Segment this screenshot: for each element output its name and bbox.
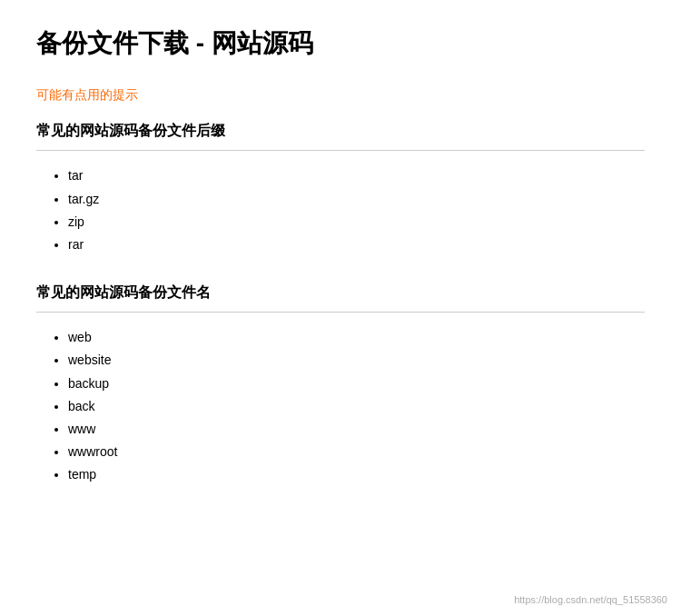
section2-divider bbox=[36, 312, 645, 313]
list-item: web bbox=[68, 326, 645, 349]
list-item: tar bbox=[68, 164, 645, 187]
list-item: zip bbox=[68, 211, 645, 233]
section1: 常见的网站源码备份文件后缀 tartar.gzziprar bbox=[36, 122, 645, 256]
list-item: www bbox=[68, 418, 645, 441]
section2: 常见的网站源码备份文件名 webwebsitebackupbackwwwwwwr… bbox=[36, 283, 645, 486]
watermark: https://blog.csdn.net/qq_51558360 bbox=[514, 594, 667, 605]
page-title: 备份文件下载 - 网站源码 bbox=[36, 27, 645, 60]
section2-list: webwebsitebackupbackwwwwwwroottemp bbox=[36, 326, 645, 486]
section1-divider bbox=[36, 150, 645, 151]
list-item: website bbox=[68, 349, 645, 372]
list-item: backup bbox=[68, 373, 645, 395]
section1-title: 常见的网站源码备份文件后缀 bbox=[36, 122, 645, 141]
list-item: back bbox=[68, 395, 645, 418]
list-item: rar bbox=[68, 233, 645, 256]
section2-title: 常见的网站源码备份文件名 bbox=[36, 283, 645, 303]
list-item: tar.gz bbox=[68, 188, 645, 211]
list-item: wwwroot bbox=[68, 441, 645, 463]
list-item: temp bbox=[68, 463, 645, 486]
hint-link[interactable]: 可能有点用的提示 bbox=[36, 87, 645, 104]
section1-list: tartar.gzziprar bbox=[36, 164, 645, 256]
